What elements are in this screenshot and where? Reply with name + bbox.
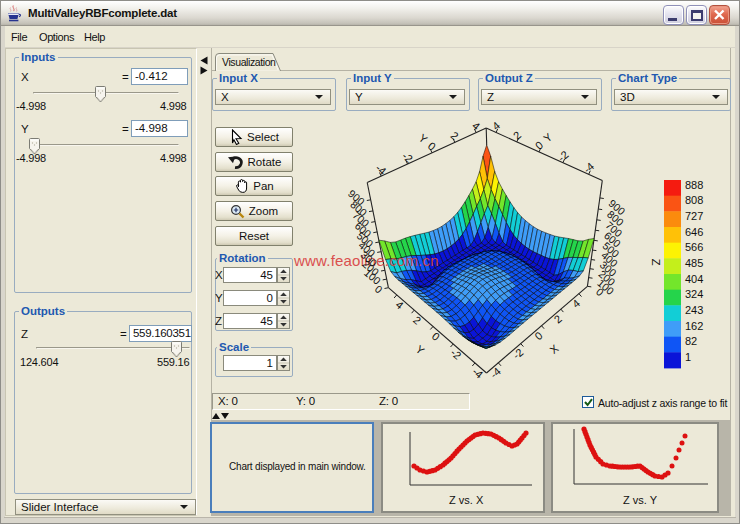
svg-text:808: 808 xyxy=(685,194,703,206)
svg-text:Z vs. Y: Z vs. Y xyxy=(623,494,658,506)
svg-text:243: 243 xyxy=(685,304,703,316)
svg-text:0: 0 xyxy=(532,329,544,342)
svg-text:Z: Z xyxy=(650,259,662,266)
svg-text:162: 162 xyxy=(685,320,703,332)
svg-text:2: 2 xyxy=(552,312,564,325)
svg-text:X: X xyxy=(547,342,561,356)
svg-text:Y: Y xyxy=(541,130,555,144)
svg-text:1: 1 xyxy=(685,351,691,363)
svg-text:2: 2 xyxy=(411,314,423,327)
svg-text:727: 727 xyxy=(685,210,703,222)
svg-text:-2: -2 xyxy=(510,346,525,361)
svg-text:82: 82 xyxy=(685,335,697,347)
svg-text:Y: Y xyxy=(417,132,431,146)
svg-text:-4: -4 xyxy=(373,162,388,177)
svg-text:-4: -4 xyxy=(470,365,485,380)
svg-text:566: 566 xyxy=(685,241,703,253)
svg-text:-4: -4 xyxy=(581,160,596,175)
svg-text:-2: -2 xyxy=(448,346,463,361)
svg-text:-2: -2 xyxy=(555,148,570,163)
svg-text:4: 4 xyxy=(393,298,405,311)
svg-text:404: 404 xyxy=(685,273,703,285)
svg-text:-2: -2 xyxy=(400,150,415,165)
svg-text:Y: Y xyxy=(414,343,428,357)
svg-text:-4: -4 xyxy=(488,365,503,380)
svg-text:4: 4 xyxy=(570,297,582,310)
svg-text:888: 888 xyxy=(685,179,703,191)
svg-text:485: 485 xyxy=(685,257,703,269)
svg-text:324: 324 xyxy=(685,288,703,300)
svg-text:0: 0 xyxy=(430,330,442,343)
svg-text:646: 646 xyxy=(685,226,703,238)
svg-text:Z vs. X: Z vs. X xyxy=(449,494,484,506)
